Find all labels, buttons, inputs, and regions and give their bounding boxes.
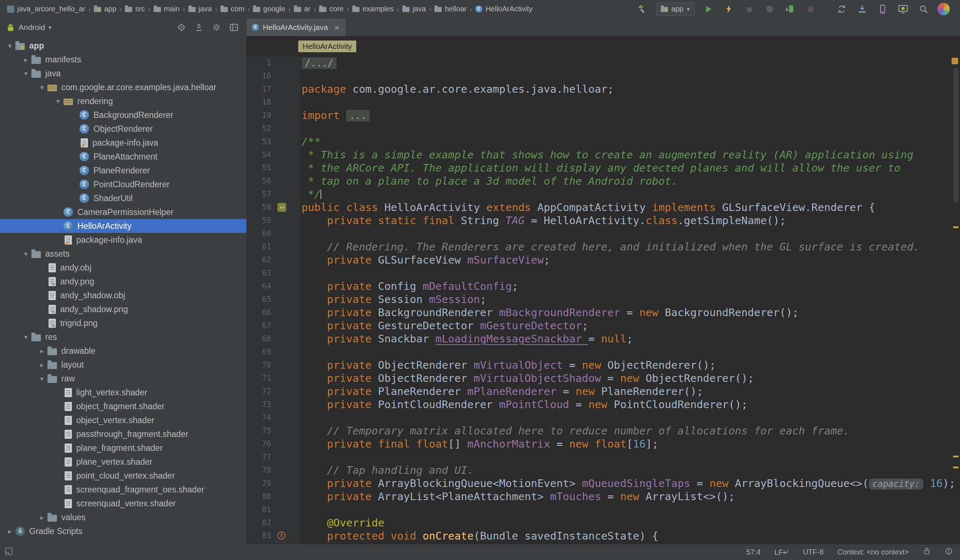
code-line-59[interactable]: private static final String TAG = HelloA…	[247, 214, 952, 227]
chevron-right-icon[interactable]: ▸	[37, 513, 48, 521]
code-line-75[interactable]: // Temporary matrix allocated here to re…	[247, 424, 952, 437]
sync-gradle-icon[interactable]	[835, 3, 848, 16]
code-line-63[interactable]	[247, 267, 952, 280]
inspection-status-indicator[interactable]	[952, 58, 958, 64]
tree-item-package-info-java[interactable]: package-info.java	[0, 233, 246, 247]
attach-debugger-icon[interactable]	[784, 3, 797, 16]
code-line-54[interactable]: * This is a simple example that shows ho…	[247, 148, 952, 162]
code-line-60[interactable]	[247, 227, 952, 240]
collapse-all-icon[interactable]	[194, 22, 204, 32]
tree-item-andy-obj[interactable]: andy.obj	[0, 261, 246, 275]
locate-file-icon[interactable]	[177, 22, 186, 32]
code-line-55[interactable]: * the ARCore API. The application will d…	[247, 162, 952, 174]
code-line-16[interactable]	[247, 69, 952, 83]
code-line-79[interactable]: private ArrayBlockingQueue<MotionEvent> …	[247, 477, 952, 490]
code-line-76[interactable]: private final float[] mAnchorMatrix = ne…	[247, 437, 952, 451]
breadcrumb-java[interactable]: java	[187, 4, 214, 14]
code-line-70[interactable]: private ObjectRenderer mVirtualObject = …	[247, 358, 952, 372]
code-line-81[interactable]	[247, 503, 952, 516]
chevron-right-icon[interactable]: ▸	[37, 361, 48, 369]
toolwindow-toggle-icon[interactable]	[4, 547, 13, 557]
tree-item-gradle-scripts[interactable]: ▸GGradle Scripts	[0, 524, 246, 538]
breadcrumb-google[interactable]: google	[251, 4, 287, 14]
code-line-1[interactable]: /.../	[247, 56, 952, 69]
editor-breadcrumb-class[interactable]: HelloArActivity	[298, 40, 356, 52]
breadcrumb-app[interactable]: app	[92, 4, 118, 14]
breadcrumb-ar[interactable]: ar	[292, 4, 312, 14]
code-line-18[interactable]	[247, 96, 952, 109]
close-icon[interactable]: ×	[334, 23, 340, 32]
tree-item-app[interactable]: ▾app	[0, 39, 246, 53]
device-monitor-icon[interactable]	[896, 3, 910, 16]
code-line-69[interactable]	[247, 346, 952, 358]
caret-position-widget[interactable]: 57:4	[746, 548, 761, 556]
tree-item-andy-shadow-obj[interactable]: andy_shadow.obj	[0, 288, 246, 302]
chevron-down-icon[interactable]: ▾	[21, 69, 31, 77]
tree-item-values[interactable]: ▸values	[0, 510, 246, 524]
folded-region[interactable]: /.../	[301, 57, 336, 69]
tree-item-plane-vertex-shader[interactable]: plane_vertex.shader	[0, 455, 246, 469]
chevron-down-icon[interactable]: ▾	[21, 333, 31, 341]
code-line-57[interactable]: */	[247, 188, 952, 201]
code-line-73[interactable]: private PointCloudRenderer mPointCloud =…	[247, 398, 952, 411]
code-line-68[interactable]: private Snackbar mLoadingMessageSnackbar…	[247, 332, 952, 346]
apply-changes-lightning-icon[interactable]	[722, 3, 736, 16]
code-line-58[interactable]: public class HelloArActivity extends App…	[247, 201, 952, 214]
tab-helloaractivity-java[interactable]: C HelloArActivity.java ×	[247, 18, 346, 36]
tree-item-andy-shadow-png[interactable]: andy_shadow.png	[0, 302, 246, 316]
code-line-61[interactable]: // Rendering. The Renderers are created …	[247, 240, 952, 253]
code-line-74[interactable]	[247, 411, 952, 424]
chevron-down-icon[interactable]: ▾	[21, 250, 31, 258]
search-everywhere-icon[interactable]	[917, 3, 930, 16]
tree-item-shaderutil[interactable]: CShaderUtil	[0, 191, 246, 205]
tree-item-planeattachment[interactable]: CPlaneAttachment	[0, 150, 246, 163]
breadcrumb-com[interactable]: com	[219, 4, 246, 14]
project-view-selector[interactable]: Android ▾	[6, 22, 51, 32]
code-line-53[interactable]: /**	[247, 135, 952, 148]
code-line-72[interactable]: private PlaneRenderer mPlaneRenderer = n…	[247, 385, 952, 398]
tree-item-package-info-java[interactable]: package-info.java	[0, 136, 246, 150]
tree-item-res[interactable]: ▾res	[0, 330, 246, 344]
tree-item-screenquad-fragment-oes-shader[interactable]: screenquad_fragment_oes.shader	[0, 483, 246, 496]
context-widget[interactable]: Context: <no context>	[837, 548, 909, 556]
tree-item-passthrough-fragment-shader[interactable]: passthrough_fragment.shader	[0, 427, 246, 441]
debug-bug-icon[interactable]	[743, 3, 756, 16]
tree-item-helloaractivity[interactable]: CHelloArActivity	[0, 219, 246, 233]
tree-item-layout[interactable]: ▸layout	[0, 358, 246, 372]
chevron-right-icon[interactable]: ▸	[4, 527, 15, 535]
breadcrumb-helloar[interactable]: helloar	[432, 4, 468, 14]
tree-item-rendering[interactable]: ▾rendering	[0, 94, 246, 108]
tree-item-trigrid-png[interactable]: trigrid.png	[0, 316, 246, 330]
code-line-71[interactable]: private ObjectRenderer mVirtualObjectSha…	[247, 372, 952, 385]
encoding-widget[interactable]: UTF-8	[803, 548, 824, 556]
breadcrumb-helloaractivity[interactable]: CHelloArActivity	[474, 4, 534, 14]
tree-item-point-cloud-vertex-shader[interactable]: point_cloud_vertex.shader	[0, 469, 246, 483]
chevron-down-icon[interactable]: ▾	[4, 42, 15, 50]
tree-item-planerenderer[interactable]: CPlaneRenderer	[0, 163, 246, 178]
chevron-down-icon[interactable]: ▾	[37, 83, 48, 91]
settings-gear-icon[interactable]	[212, 22, 221, 32]
run-icon[interactable]	[702, 3, 715, 16]
code-line-65[interactable]: private Session mSession;	[247, 293, 952, 306]
build-hammer-icon[interactable]	[635, 3, 649, 16]
avd-manager-phone-icon[interactable]	[876, 3, 889, 16]
tree-item-camerapermissionhelper[interactable]: CCameraPermissionHelper	[0, 205, 246, 219]
folded-region[interactable]: ...	[346, 110, 370, 122]
tree-item-manifests[interactable]: ▸manifests	[0, 53, 246, 66]
tree-item-backgroundrenderer[interactable]: CBackgroundRenderer	[0, 108, 246, 122]
code-line-67[interactable]: private GestureDetector mGestureDetector…	[247, 319, 952, 332]
tree-item-object-fragment-shader[interactable]: object_fragment.shader	[0, 399, 246, 413]
code-line-19[interactable]: import ...	[247, 109, 952, 122]
hide-panel-icon[interactable]	[229, 22, 239, 32]
code-line-62[interactable]: private GLSurfaceView mSurfaceView;	[247, 253, 952, 267]
code-line-78[interactable]: // Tap handling and UI.	[247, 464, 952, 477]
breadcrumb-src[interactable]: src	[123, 4, 147, 14]
breadcrumb-main[interactable]: main	[152, 4, 181, 14]
tree-item-assets[interactable]: ▾assets	[0, 247, 246, 261]
sdk-manager-download-icon[interactable]	[856, 3, 869, 16]
code-line-82[interactable]: @Override	[247, 516, 952, 530]
tree-item-java[interactable]: ▾java	[0, 66, 246, 80]
chevron-down-icon[interactable]: ▾	[37, 374, 48, 382]
code-line-83[interactable]: protected void onCreate(Bundle savedInst…	[247, 530, 952, 542]
code-line-64[interactable]: private Config mDefaultConfig;	[247, 280, 952, 293]
